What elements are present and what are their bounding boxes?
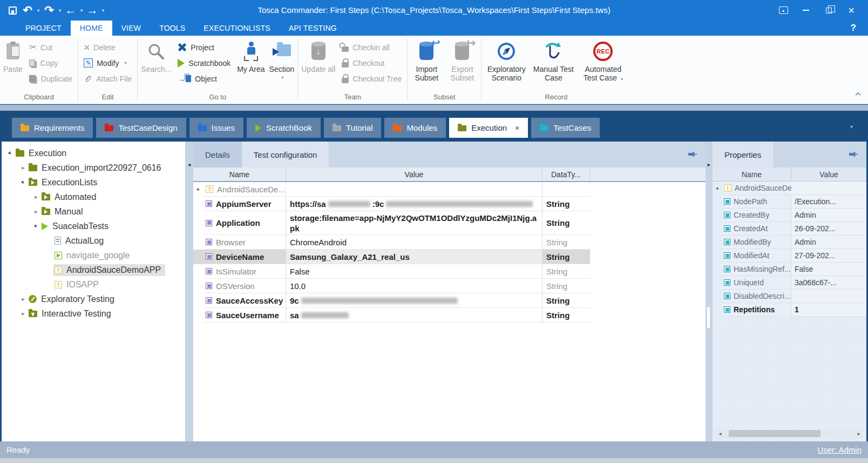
tree-splitter[interactable] [185, 142, 193, 441]
exploratory-scenario-button[interactable]: Exploratory Scenario [483, 37, 530, 92]
tab-tutorial[interactable]: Tutorial [324, 118, 381, 138]
tree-item-actuallog[interactable]: ActualLog [2, 233, 185, 248]
tree-item-execution[interactable]: ▸ Execution [2, 146, 185, 160]
tab-requirements[interactable]: Requirements [12, 118, 93, 138]
menu-tab-project[interactable]: PROJECT [16, 21, 71, 36]
export-subset-button[interactable]: ↪ Export Subset [444, 37, 480, 92]
param-value[interactable]: Samsung_Galaxy_A21_real_us [286, 250, 542, 264]
user-link[interactable]: User: Admin [817, 445, 862, 454]
vertical-scrollbar[interactable] [706, 142, 713, 441]
forward-dropdown-icon[interactable]: ▾ [100, 2, 106, 18]
collapse-ribbon-button[interactable] [856, 93, 862, 98]
param-value[interactable]: sa [286, 308, 542, 323]
redo-button[interactable]: ↷ [42, 2, 56, 18]
tree-item-executionlists[interactable]: ▸ ExecutionLists [2, 175, 185, 190]
modify-dropdown-icon[interactable]: ▾ [124, 61, 126, 65]
search-button[interactable]: Search... [139, 37, 173, 92]
duplicate-button[interactable]: Duplicate [25, 71, 77, 86]
config-root-row[interactable]: ▸ !AndroidSauceDe... [193, 182, 706, 197]
menu-tab-home[interactable]: HOME [71, 21, 112, 36]
redo-dropdown-icon[interactable]: ▾ [57, 2, 63, 18]
menu-tab-executionlists[interactable]: EXECUTIONLISTS [194, 21, 279, 36]
tree-item-androidsaucedemoapp[interactable]: !AndroidSauceDemoAPP [2, 263, 185, 277]
checkin-all-button[interactable]: Checkin all [337, 39, 406, 55]
tree-item-iosapp[interactable]: !IOSAPP [2, 277, 185, 292]
property-row-modifiedat[interactable]: ModifiedAt 27-09-202... [713, 249, 866, 263]
section-dropdown-icon[interactable]: ▾ [281, 73, 283, 82]
tab-scratchbook[interactable]: ScratchBook [247, 118, 321, 138]
automated-test-case-button[interactable]: REC Automated Test Case ▾ [577, 37, 629, 92]
property-row-createdby[interactable]: CreatedBy Admin [713, 209, 866, 222]
expander-closed-icon[interactable]: ▸ [32, 193, 40, 200]
expander-closed-icon[interactable]: ▸ [19, 164, 28, 171]
param-value[interactable]: False [286, 264, 542, 279]
tree-item-execution-import[interactable]: ▸ Execution_import220927_0616 [2, 160, 185, 175]
property-row-createdat[interactable]: CreatedAt 26-09-202... [713, 222, 866, 236]
property-row-repetitions[interactable]: Repetitions 1 [713, 303, 866, 317]
expander-open-icon[interactable]: ▸ [193, 184, 204, 194]
param-value[interactable]: storage:filename=app-NjMyY2QwOTM1ODdlYzg… [286, 211, 542, 235]
menu-tab-tools[interactable]: TOOLS [150, 21, 194, 36]
expander-closed-icon[interactable]: ▸ [19, 296, 28, 303]
config-row-appiumserver[interactable]: AppiumServer https://sa:9c String [193, 197, 706, 211]
config-row-sauceusername[interactable]: SauceUsername sa String [193, 308, 706, 323]
minimize-button[interactable] [797, 3, 815, 18]
expander-closed-icon[interactable]: ▸ [32, 208, 40, 215]
collapse-right-icon[interactable]: ► [707, 162, 711, 167]
param-value[interactable] [286, 182, 542, 197]
config-row-issimulator[interactable]: IsSimulator False String [193, 264, 706, 279]
menu-tab-api-testing[interactable]: API TESTING [280, 21, 346, 36]
property-row-uniqueid[interactable]: UniqueId 3a068c67-... [713, 276, 866, 290]
tab-test-configuration[interactable]: Test configuration [242, 142, 329, 167]
modify-button[interactable]: ✎Modify▾ [79, 55, 136, 71]
config-row-browser[interactable]: Browser ChromeAndroid String [193, 235, 706, 250]
goto-object-button[interactable]: →Object [173, 71, 235, 86]
checkout-button[interactable]: Checkout [337, 55, 406, 71]
property-row-modifiedby[interactable]: ModifiedBy Admin [713, 236, 866, 249]
property-row-disableddescription[interactable]: DisabledDescri... [713, 290, 866, 303]
param-value[interactable]: https://sa:9c [286, 197, 542, 211]
paste-button[interactable]: Paste [1, 37, 25, 92]
attach-file-button[interactable]: Attach File [79, 71, 136, 86]
close-tab-icon[interactable]: × [515, 124, 519, 132]
tab-details[interactable]: Details [193, 142, 242, 167]
section-button[interactable]: Section ▾ [267, 37, 297, 92]
help-button[interactable]: ? [851, 21, 856, 36]
config-row-sauceaccesskey[interactable]: SauceAccessKey 9c String [193, 293, 706, 308]
undo-button[interactable]: ↶ [21, 2, 35, 18]
copy-button[interactable]: Copy [25, 55, 77, 71]
goto-scratchbook-button[interactable]: Scratchbook [173, 55, 235, 71]
undo-dropdown-icon[interactable]: ▾ [36, 2, 41, 18]
auto-hide-pin-button[interactable] [849, 142, 866, 167]
back-button[interactable]: ← [64, 2, 78, 18]
property-row-nodepath[interactable]: NodePath /Execution... [713, 195, 866, 209]
update-all-button[interactable]: ↓ Update all [299, 37, 337, 92]
tab-testcases[interactable]: TestCases [531, 118, 600, 138]
config-row-osversion[interactable]: OSVersion 10.0 String [193, 279, 706, 293]
save-button[interactable] [5, 2, 19, 18]
manual-test-case-button[interactable]: Manual Test Case [530, 37, 577, 92]
config-row-application[interactable]: Application storage:filename=app-NjMyY2Q… [193, 211, 706, 235]
scrollbar-thumb[interactable] [707, 307, 710, 328]
my-area-button[interactable]: My Area [235, 37, 267, 92]
menu-tab-view[interactable]: VIEW [112, 21, 151, 36]
param-value[interactable]: 10.0 [286, 279, 542, 293]
column-header-name[interactable]: Name [713, 167, 791, 181]
ribbon-display-button[interactable]: ▴ [774, 3, 792, 18]
back-dropdown-icon[interactable]: ▾ [79, 2, 84, 18]
column-header-value[interactable]: Value [286, 167, 542, 181]
expander-closed-icon[interactable]: ▸ [19, 310, 28, 317]
tree-item-automated[interactable]: ▸ Automated [2, 190, 185, 204]
tree-item-interactive-testing[interactable]: ▸ Interactive Testing [2, 306, 185, 321]
config-row-devicename[interactable]: DeviceName Samsung_Galaxy_A21_real_us St… [193, 250, 706, 264]
restore-button[interactable] [819, 3, 838, 18]
tab-modules[interactable]: Modules [384, 118, 446, 138]
tree-item-manual[interactable]: ▸ Manual [2, 204, 185, 219]
tree-item-navigate-google[interactable]: navigate_google [2, 248, 185, 263]
scrollbar-thumb[interactable] [729, 430, 820, 437]
property-root-row[interactable]: ▸ !AndroidSauceDe... [713, 182, 866, 195]
delete-button[interactable]: ×Delete [79, 39, 136, 55]
import-subset-button[interactable]: ↩ Import Subset [409, 37, 444, 92]
cut-button[interactable]: ✂Cut [25, 39, 77, 55]
tab-testcasedesign[interactable]: TestCaseDesign [96, 118, 186, 138]
